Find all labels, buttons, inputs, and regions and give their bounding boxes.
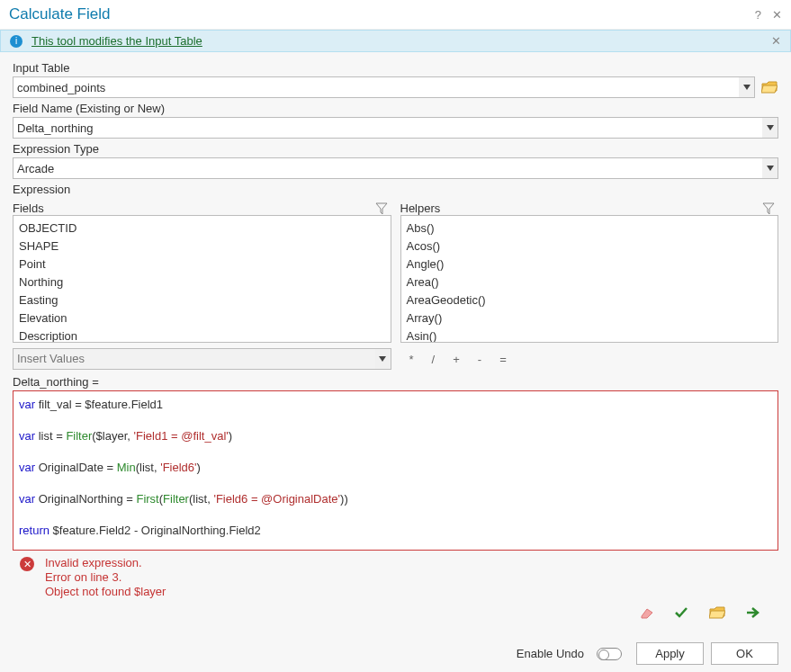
info-message-link[interactable]: This tool modifies the Input Table xyxy=(31,34,202,48)
enable-undo-toggle[interactable] xyxy=(597,648,622,660)
field-name-dropdown-arrow[interactable] xyxy=(762,117,778,139)
fields-listbox[interactable]: OBJECTIDSHAPEPointNorthingEastingElevati… xyxy=(13,215,391,343)
expression-type-label: Expression Type xyxy=(13,142,778,156)
operator-button[interactable]: - xyxy=(478,353,481,366)
browse-folder-icon[interactable] xyxy=(760,81,778,94)
helpers-list-item[interactable]: Asin() xyxy=(407,327,773,343)
operator-button[interactable]: = xyxy=(499,353,507,366)
helpers-list-item[interactable]: Area() xyxy=(407,273,773,291)
input-table-label: Input Table xyxy=(13,61,778,75)
dialog-footer: Enable Undo Apply OK xyxy=(0,635,791,672)
operator-button[interactable]: * xyxy=(409,353,414,366)
helpers-label: Helpers xyxy=(400,202,763,215)
error-line3: Object not found $layer xyxy=(45,585,166,599)
fields-list-item[interactable]: Northing xyxy=(19,273,385,291)
fields-list-item[interactable]: Description xyxy=(19,327,385,343)
export-expression-icon[interactable] xyxy=(744,605,762,621)
close-icon[interactable]: ✕ xyxy=(772,8,782,22)
input-table-dropdown-arrow[interactable] xyxy=(739,76,755,98)
fields-list-item[interactable]: OBJECTID xyxy=(19,220,385,237)
helpers-filter-icon[interactable] xyxy=(762,202,778,215)
fields-list-item[interactable]: Point xyxy=(19,255,385,273)
operator-button[interactable]: / xyxy=(432,353,436,366)
fields-label: Fields xyxy=(13,202,375,215)
field-name-label: Field Name (Existing or New) xyxy=(13,102,778,115)
error-panel: ✕ Invalid expression. Error on line 3. O… xyxy=(13,556,778,599)
load-expression-icon[interactable] xyxy=(708,605,726,621)
error-line2: Error on line 3. xyxy=(45,570,166,585)
expression-header: Delta_northing = xyxy=(13,375,778,389)
field-name-combo[interactable] xyxy=(13,117,762,139)
helpers-list-item[interactable]: Array() xyxy=(407,309,773,327)
helpers-listbox[interactable]: Abs()Acos()Angle()Area()AreaGeodetic()Ar… xyxy=(400,215,779,343)
helpers-list-item[interactable]: Acos() xyxy=(407,237,773,255)
title-bar: Calculate Field ? ✕ xyxy=(0,0,791,30)
enable-undo-label: Enable Undo xyxy=(517,647,584,660)
insert-values-dropdown[interactable]: Insert Values xyxy=(13,348,375,370)
fields-list-item[interactable]: SHAPE xyxy=(19,237,385,255)
fields-list-item[interactable]: Elevation xyxy=(19,309,385,327)
operator-button[interactable]: + xyxy=(453,353,460,366)
apply-button[interactable]: Apply xyxy=(636,642,704,665)
expression-code-editor[interactable]: var filt_val = $feature.Field1 var list … xyxy=(13,390,778,551)
operator-buttons: */+-= xyxy=(400,353,516,366)
dialog-title: Calculate Field xyxy=(9,5,744,23)
validate-icon[interactable] xyxy=(672,605,690,621)
expression-section-label: Expression xyxy=(13,183,778,196)
help-icon[interactable]: ? xyxy=(755,8,761,22)
eraser-icon[interactable] xyxy=(636,605,654,621)
error-icon: ✕ xyxy=(20,557,34,571)
insert-values-dropdown-arrow[interactable] xyxy=(375,348,391,370)
input-table-combo[interactable] xyxy=(13,76,739,98)
ok-button[interactable]: OK xyxy=(711,642,778,665)
expression-type-combo[interactable] xyxy=(13,157,762,179)
info-close-icon[interactable]: ✕ xyxy=(771,34,781,48)
info-icon: i xyxy=(10,35,22,48)
expression-type-dropdown-arrow[interactable] xyxy=(762,157,778,179)
helpers-list-item[interactable]: Angle() xyxy=(407,255,773,273)
info-bar: i This tool modifies the Input Table ✕ xyxy=(0,30,791,52)
fields-filter-icon[interactable] xyxy=(375,202,391,215)
fields-list-item[interactable]: Easting xyxy=(19,291,385,309)
helpers-list-item[interactable]: AreaGeodetic() xyxy=(407,291,773,309)
error-line1: Invalid expression. xyxy=(45,556,166,570)
helpers-list-item[interactable]: Abs() xyxy=(407,220,773,237)
